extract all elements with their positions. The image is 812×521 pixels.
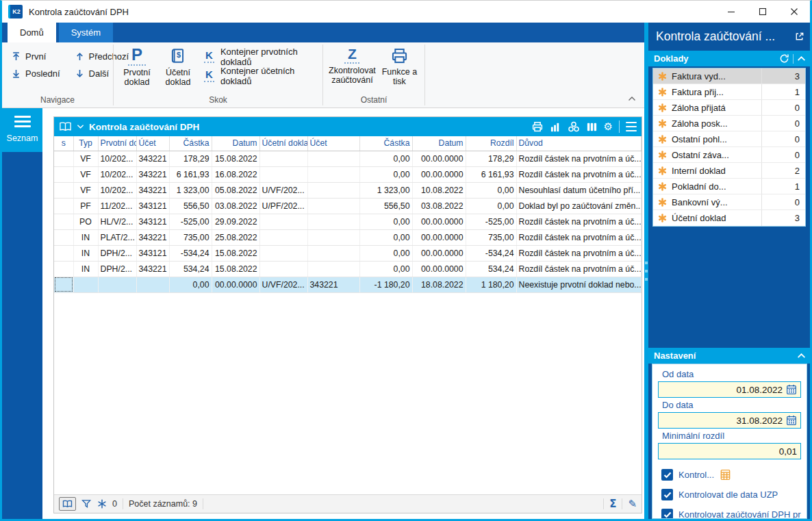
table-cell[interactable]: 00.00.0000 [212,277,259,292]
table-cell[interactable] [307,182,359,198]
chevron-up-icon[interactable] [797,353,806,359]
table-cell[interactable]: 03.08.2022 [412,198,466,214]
column-header[interactable]: Datum [412,136,466,151]
column-header[interactable]: Účetní doklad [259,136,307,151]
table-cell[interactable]: 00.00.0000 [412,245,466,261]
doklady-item[interactable]: Pokladní do...1 [653,179,805,194]
doklady-item[interactable]: Ostatní pohl...0 [653,131,805,147]
table-cell[interactable]: PF [73,198,98,214]
kontejner-prvotnich-button[interactable]: K Kontejner prvotních dokladů [200,48,318,65]
table-row[interactable]: VF10/202...3432211 323,0005.08.2022U/VF/… [54,182,642,198]
table-row[interactable]: INPLAT/2...343221735,0025.08.20220,0000.… [54,229,642,245]
doklady-item[interactable]: Záloha posk...0 [653,116,805,131]
column-header[interactable]: s [54,136,73,151]
doklady-item[interactable]: Bankovní vý...0 [653,194,805,210]
table-cell[interactable]: 343121 [136,198,169,214]
sidebar-tab-seznam[interactable]: Seznam [2,108,42,152]
table-cell[interactable]: 00.00.0000 [412,151,466,166]
table-cell[interactable]: 735,00 [466,229,516,245]
table-cell[interactable]: -534,24 [169,245,212,261]
doklady-item[interactable]: Záloha přijatá0 [653,100,805,116]
table-cell[interactable]: 0,00 [466,198,516,214]
table-cell[interactable]: Rozdíl částek na prvotním a úč... [516,214,642,229]
table-cell[interactable]: 10/202... [98,166,136,182]
table-cell[interactable]: 735,00 [169,229,212,245]
table-cell[interactable]: Neexistuje prvotní doklad nebo... [516,277,642,292]
doklady-item[interactable]: Interní doklad2 [653,163,805,179]
table-cell[interactable]: 15.08.2022 [212,261,259,277]
table-cell[interactable]: 00.00.0000 [412,261,466,277]
table-row[interactable]: VF10/202...343221178,2915.08.20220,0000.… [54,151,642,166]
table-cell[interactable]: Doklad byl po zaúčtování změn... [516,198,642,214]
kontejner-ucetnich-button[interactable]: K Kontejner účetních dokladů [200,67,318,84]
table-cell[interactable]: DPH/2... [98,245,136,261]
close-button[interactable] [778,1,810,23]
doklady-item[interactable]: Ostatní záva...0 [653,147,805,163]
table-cell[interactable]: 10/202... [98,151,136,166]
last-button[interactable]: Poslední [6,65,66,82]
table-cell[interactable] [259,166,307,182]
table-cell[interactable] [259,245,307,261]
table-cell[interactable] [259,151,307,166]
table-cell[interactable] [307,166,359,182]
column-header[interactable]: Částka [169,136,212,151]
table-cell[interactable]: IN [73,245,98,261]
prvotni-doklad-button[interactable]: P Prvotní doklad [118,45,156,95]
table-cell[interactable]: 178,29 [169,151,212,166]
table-cell[interactable]: IN [73,229,98,245]
table-row[interactable]: VF10/202...3432216 161,9316.08.20220,000… [54,166,642,182]
table-cell[interactable]: Rozdíl částek na prvotním a úč... [516,229,642,245]
table-cell[interactable]: 556,50 [169,198,212,214]
table-cell[interactable] [259,214,307,229]
table-cell[interactable] [54,166,73,182]
table-cell[interactable]: 1 180,20 [466,277,516,292]
table-cell[interactable]: DPH/2... [98,261,136,277]
column-header[interactable]: Prvotní do [98,136,136,151]
doklady-item[interactable]: Faktura přij...1 [653,84,805,100]
checkbox[interactable] [661,509,673,519]
column-header[interactable]: Typ [73,136,98,151]
checkbox-row[interactable]: Kontrol... [658,465,801,485]
checkbox-row[interactable]: Kontrolovat zaúčtování DPH pro t... [658,505,801,519]
tab-domu[interactable]: Domů [8,23,56,42]
table-cell[interactable]: 0,00 [359,166,412,182]
table-cell[interactable]: 343221 [136,261,169,277]
table-cell[interactable]: 0,00 [359,229,412,245]
table-cell[interactable]: 343221 [136,166,169,182]
table-row[interactable]: INDPH/2...343121-534,2415.08.20220,0000.… [54,245,642,261]
table-cell[interactable]: 15.08.2022 [212,151,259,166]
column-header[interactable]: Datum [212,136,259,151]
table-cell[interactable]: 1 323,00 [169,182,212,198]
doklady-item[interactable]: Faktura vyd...3 [653,68,805,84]
table-cell[interactable]: 6 161,93 [466,166,516,182]
table-cell[interactable] [54,182,73,198]
popout-icon[interactable] [794,31,804,42]
table-cell[interactable]: 10.08.2022 [412,182,466,198]
table-cell[interactable]: 25.08.2022 [212,229,259,245]
open-book-icon[interactable] [59,121,72,132]
table-cell[interactable] [54,229,73,245]
table-cell[interactable]: 16.08.2022 [212,166,259,182]
table-cell[interactable]: 556,50 [359,198,412,214]
funkce-tisk-button[interactable]: Funkce a tisk [379,45,420,95]
sum-icon[interactable]: Σ [609,498,616,510]
table-cell[interactable] [259,261,307,277]
refresh-icon[interactable] [779,53,789,64]
number-input[interactable] [659,446,800,457]
ucetni-doklad-button[interactable]: $ Účetní doklad [159,45,197,95]
table-cell[interactable] [307,214,359,229]
book-view-button[interactable] [59,497,76,511]
date-input[interactable] [659,416,786,426]
columns-icon[interactable] [586,121,598,133]
nastaveni-header[interactable]: Nastavení [648,348,810,364]
edit-icon[interactable]: ✎ [628,498,637,510]
table-cell[interactable] [259,229,307,245]
table-cell[interactable]: 00.00.0000 [412,229,466,245]
table-cell[interactable]: VF [73,166,98,182]
table-cell[interactable] [307,151,359,166]
table-row[interactable]: INDPH/2...343221534,2415.08.20220,0000.0… [54,261,642,277]
checkbox-row[interactable]: Kontrolovat dle data UZP [658,485,801,505]
table-cell[interactable]: U/VF/202... [259,182,307,198]
column-header[interactable]: Důvod [516,136,642,151]
table-cell[interactable]: Rozdíl částek na prvotním a úč... [516,245,642,261]
